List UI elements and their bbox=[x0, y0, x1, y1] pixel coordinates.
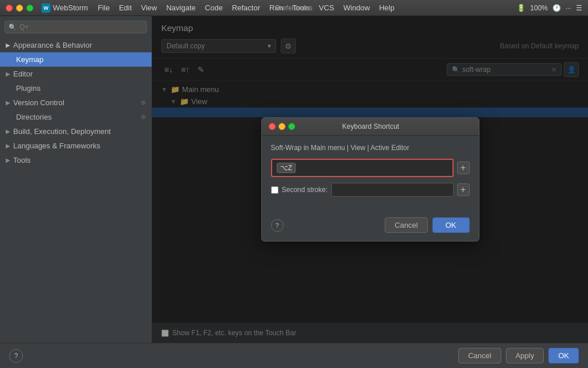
second-stroke-input[interactable] bbox=[331, 183, 454, 197]
apply-button[interactable]: Apply bbox=[506, 348, 544, 363]
second-stroke-label: Second stroke: bbox=[282, 186, 328, 194]
modal-cancel-button[interactable]: Cancel bbox=[385, 217, 427, 233]
battery-icon: 🔋 bbox=[517, 4, 525, 12]
add-shortcut-button[interactable]: + bbox=[457, 162, 470, 174]
sidebar-item-label: Build, Execution, Deployment bbox=[13, 127, 111, 136]
app-name: W WebStorm bbox=[41, 3, 88, 13]
modal-ok-button[interactable]: OK bbox=[432, 217, 470, 233]
modal-traffic-lights bbox=[269, 123, 295, 130]
close-button[interactable] bbox=[6, 5, 13, 12]
modal-subtitle: Soft-Wrap in Main menu | View | Active E… bbox=[271, 144, 470, 152]
sidebar-search-input[interactable] bbox=[20, 23, 143, 31]
titlebar-right: 🔋 100% 🕐 ··· ☰ bbox=[517, 4, 582, 12]
menu-file[interactable]: File bbox=[94, 2, 114, 13]
sidebar-item-label: Keymap bbox=[16, 55, 44, 64]
menu-navigate[interactable]: Navigate bbox=[162, 2, 199, 13]
sidebar-item-build[interactable]: ▶ Build, Execution, Deployment bbox=[0, 124, 152, 139]
sidebar-item-label: Appearance & Behavior bbox=[13, 41, 92, 49]
minimize-button[interactable] bbox=[16, 5, 23, 12]
sidebar-item-directories[interactable]: Directories ⊕ bbox=[0, 110, 152, 124]
menu-refactor[interactable]: Refactor bbox=[228, 2, 264, 13]
shortcut-value: ⌥Z bbox=[277, 163, 296, 173]
chevron-right-icon: ▶ bbox=[6, 143, 10, 149]
modal-help-button[interactable]: ? bbox=[271, 219, 284, 232]
cancel-button[interactable]: Cancel bbox=[458, 348, 501, 363]
sidebar-item-label: Directories bbox=[16, 113, 52, 121]
sidebar-item-label: Tools bbox=[13, 156, 30, 164]
ok-button[interactable]: OK bbox=[548, 348, 579, 363]
sidebar-item-tools[interactable]: ▶ Tools bbox=[0, 153, 152, 167]
window-title: Preferences bbox=[276, 4, 313, 12]
sidebar-item-plugins[interactable]: Plugins bbox=[0, 81, 152, 95]
add-second-stroke-button[interactable]: + bbox=[457, 183, 470, 196]
menu-vcs[interactable]: VCS bbox=[315, 2, 338, 13]
sidebar-item-label: Editor bbox=[13, 70, 33, 78]
modal-minimize-button[interactable] bbox=[278, 123, 285, 130]
sidebar-search[interactable]: 🔍 bbox=[5, 21, 147, 33]
modal-fullscreen-button[interactable] bbox=[288, 123, 295, 130]
sidebar-item-languages[interactable]: ▶ Languages & Frameworks bbox=[0, 139, 152, 153]
help-button[interactable]: ? bbox=[9, 349, 23, 363]
chevron-right-icon: ▶ bbox=[6, 99, 10, 106]
app-icon: W bbox=[41, 3, 51, 13]
search-icon: 🔍 bbox=[9, 24, 17, 31]
modal-title: Keyboard Shortcut bbox=[299, 122, 443, 131]
shortcut-input-field[interactable]: ⌥Z bbox=[271, 159, 454, 177]
menu-bar: File Edit View Navigate Code Refactor Ru… bbox=[94, 2, 399, 13]
chevron-right-icon: ▶ bbox=[6, 157, 10, 163]
menu-help[interactable]: Help bbox=[375, 2, 399, 13]
sidebar-item-label: Languages & Frameworks bbox=[13, 141, 100, 150]
more-options-icon[interactable]: ··· bbox=[566, 4, 571, 12]
sidebar-item-label: Version Control bbox=[13, 98, 64, 107]
menu-code[interactable]: Code bbox=[201, 2, 227, 13]
sidebar-item-keymap[interactable]: Keymap bbox=[0, 52, 152, 67]
modal-overlay: Keyboard Shortcut Soft-Wrap in Main menu… bbox=[152, 16, 588, 343]
version-control-icon: ⊕ bbox=[141, 99, 146, 106]
keyboard-shortcut-modal: Keyboard Shortcut Soft-Wrap in Main menu… bbox=[261, 117, 479, 241]
directories-icon: ⊕ bbox=[141, 113, 146, 121]
battery-level: 100% bbox=[530, 4, 548, 12]
main-container: 🔍 ▶ Appearance & Behavior Keymap ▶ Edito… bbox=[0, 16, 588, 343]
sidebar-item-label: Plugins bbox=[16, 84, 41, 93]
chevron-right-icon: ▶ bbox=[6, 42, 10, 48]
menu-icon[interactable]: ☰ bbox=[576, 4, 582, 12]
content-area: Keymap Default copy ▾ ⚙ Based on Default… bbox=[152, 16, 588, 343]
shortcut-input-row: ⌥Z + bbox=[271, 159, 470, 177]
second-stroke-row: Second stroke: + bbox=[271, 183, 470, 197]
traffic-lights bbox=[6, 5, 33, 12]
titlebar: W WebStorm File Edit View Navigate Code … bbox=[0, 0, 588, 16]
modal-body: Soft-Wrap in Main menu | View | Active E… bbox=[262, 136, 479, 213]
sidebar-item-editor[interactable]: ▶ Editor bbox=[0, 67, 152, 81]
modal-close-button[interactable] bbox=[269, 123, 276, 130]
menu-view[interactable]: View bbox=[137, 2, 161, 13]
modal-footer: ? Cancel OK bbox=[262, 213, 479, 241]
app-name-label: WebStorm bbox=[53, 3, 88, 12]
global-footer: ? Cancel Apply OK bbox=[0, 343, 588, 368]
modal-titlebar: Keyboard Shortcut bbox=[262, 118, 479, 136]
fullscreen-button[interactable] bbox=[26, 5, 33, 12]
menu-edit[interactable]: Edit bbox=[115, 2, 136, 13]
chevron-right-icon: ▶ bbox=[6, 71, 10, 77]
sidebar: 🔍 ▶ Appearance & Behavior Keymap ▶ Edito… bbox=[0, 16, 152, 343]
sidebar-item-version-control[interactable]: ▶ Version Control ⊕ bbox=[0, 95, 152, 110]
second-stroke-checkbox[interactable] bbox=[271, 186, 278, 194]
chevron-right-icon: ▶ bbox=[6, 128, 10, 135]
clock-icon: 🕐 bbox=[552, 4, 561, 12]
menu-window[interactable]: Window bbox=[339, 2, 374, 13]
sidebar-item-appearance[interactable]: ▶ Appearance & Behavior bbox=[0, 38, 152, 52]
